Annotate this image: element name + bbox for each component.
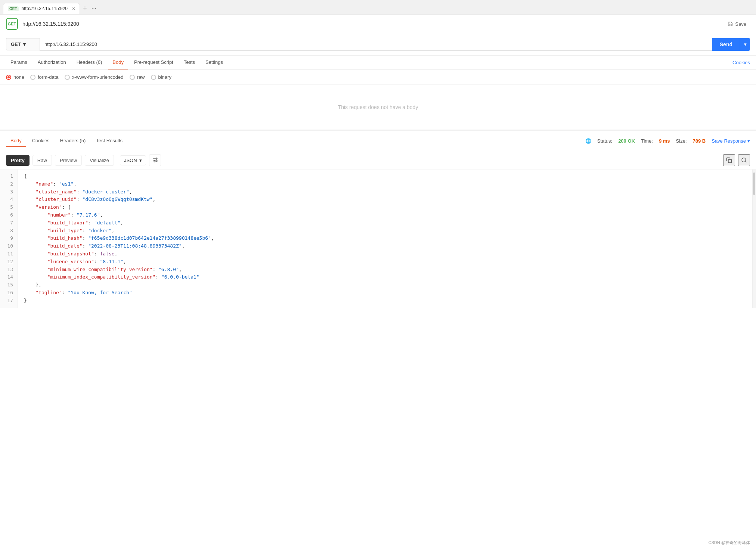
- fmt-preview[interactable]: Preview: [55, 155, 82, 166]
- address-bar: GET http://16.32.15.115:9200 Save: [0, 15, 756, 33]
- json-content: { "name": "es1", "cluster_name": "docker…: [18, 170, 752, 308]
- wrap-button[interactable]: [149, 154, 161, 166]
- fmt-raw[interactable]: Raw: [32, 155, 52, 166]
- fmt-pretty[interactable]: Pretty: [6, 155, 30, 166]
- method-chevron-icon: ▾: [23, 41, 26, 47]
- browser-tab-bar: GET http://16.32.15.115:920 × + ···: [0, 0, 756, 15]
- svg-rect-0: [728, 159, 732, 163]
- radio-none[interactable]: none: [6, 74, 24, 80]
- svg-point-1: [742, 158, 746, 162]
- search-icon: [741, 157, 747, 163]
- tab-method-badge: GET: [8, 6, 19, 11]
- radio-raw[interactable]: raw: [130, 74, 145, 80]
- format-select-chevron: ▾: [139, 158, 142, 163]
- save-button[interactable]: Save: [724, 19, 750, 29]
- code-area-container: 12345 678910 1112131415 1617 { "name": "…: [0, 170, 756, 308]
- body-type-options: none form-data x-www-form-urlencoded raw…: [0, 70, 756, 85]
- resp-tab-headers[interactable]: Headers (5): [56, 135, 90, 147]
- resp-tab-body[interactable]: Body: [6, 135, 26, 147]
- status-value: 200 OK: [618, 138, 635, 144]
- address-url: http://16.32.15.115:9200: [22, 21, 719, 27]
- scrollbar[interactable]: [752, 170, 756, 308]
- radio-raw-dot: [130, 75, 135, 80]
- response-status-bar: 🌐 Status: 200 OK Time: 9 ms Size: 789 B …: [585, 138, 750, 144]
- resp-tab-cookies[interactable]: Cookies: [28, 135, 54, 147]
- tab-close-button[interactable]: ×: [72, 6, 75, 12]
- body-empty-message: This request does not have a body: [0, 85, 756, 130]
- more-tabs-button[interactable]: ···: [90, 5, 98, 12]
- radio-form-data-dot: [30, 75, 35, 80]
- tab-settings[interactable]: Settings: [201, 56, 227, 69]
- request-tabs: Params Authorization Headers (6) Body Pr…: [0, 56, 756, 70]
- request-bar: GET ▾ Send ▾: [0, 33, 756, 56]
- search-button[interactable]: [738, 154, 750, 166]
- cookies-button[interactable]: Cookies: [732, 56, 750, 69]
- globe-icon: 🌐: [585, 138, 591, 144]
- time-label: Time:: [641, 138, 653, 144]
- copy-icon: [726, 157, 732, 163]
- radio-form-data[interactable]: form-data: [30, 74, 59, 80]
- response-section: Body Cookies Headers (5) Test Results 🌐 …: [0, 130, 756, 308]
- tab-url: http://16.32.15.115:920: [22, 6, 68, 11]
- format-bar: Pretty Raw Preview Visualize JSON ▾: [0, 151, 756, 170]
- resp-tab-test-results[interactable]: Test Results: [92, 135, 127, 147]
- radio-binary-dot: [151, 75, 156, 80]
- response-header: Body Cookies Headers (5) Test Results 🌐 …: [0, 131, 756, 151]
- method-label: GET: [11, 41, 21, 47]
- tab-authorization[interactable]: Authorization: [33, 56, 71, 69]
- tab-body[interactable]: Body: [108, 56, 128, 69]
- radio-urlencoded-dot: [65, 75, 70, 80]
- fmt-visualize[interactable]: Visualize: [85, 155, 114, 166]
- save-icon: [728, 21, 733, 27]
- send-dropdown-arrow[interactable]: ▾: [740, 38, 750, 50]
- address-method-icon: GET: [6, 18, 18, 30]
- wrap-icon: [152, 157, 158, 163]
- format-right-buttons: [723, 154, 750, 166]
- radio-none-dot: [6, 75, 11, 80]
- size-label: Size:: [676, 138, 687, 144]
- tab-tests[interactable]: Tests: [179, 56, 199, 69]
- status-label: Status:: [597, 138, 612, 144]
- scrollbar-thumb: [753, 173, 755, 195]
- active-tab[interactable]: GET http://16.32.15.115:920 ×: [3, 3, 80, 14]
- copy-button[interactable]: [723, 154, 735, 166]
- line-numbers: 12345 678910 1112131415 1617: [0, 170, 18, 308]
- save-response-chevron: ▾: [747, 138, 750, 144]
- code-area[interactable]: 12345 678910 1112131415 1617 { "name": "…: [0, 170, 752, 308]
- tab-headers[interactable]: Headers (6): [72, 56, 107, 69]
- radio-urlencoded[interactable]: x-www-form-urlencoded: [65, 74, 124, 80]
- save-response-button[interactable]: Save Response ▾: [712, 138, 750, 144]
- radio-binary[interactable]: binary: [151, 74, 171, 80]
- size-value: 789 B: [693, 138, 706, 144]
- svg-line-2: [745, 161, 746, 162]
- send-button[interactable]: Send ▾: [712, 38, 750, 51]
- time-value: 9 ms: [659, 138, 670, 144]
- method-select[interactable]: GET ▾: [6, 38, 40, 50]
- response-tabs: Body Cookies Headers (5) Test Results: [6, 135, 127, 147]
- url-input[interactable]: [40, 38, 712, 51]
- new-tab-button[interactable]: +: [80, 4, 90, 12]
- tab-pre-request-script[interactable]: Pre-request Script: [130, 56, 178, 69]
- tab-params[interactable]: Params: [6, 56, 32, 69]
- format-select[interactable]: JSON ▾: [120, 155, 146, 165]
